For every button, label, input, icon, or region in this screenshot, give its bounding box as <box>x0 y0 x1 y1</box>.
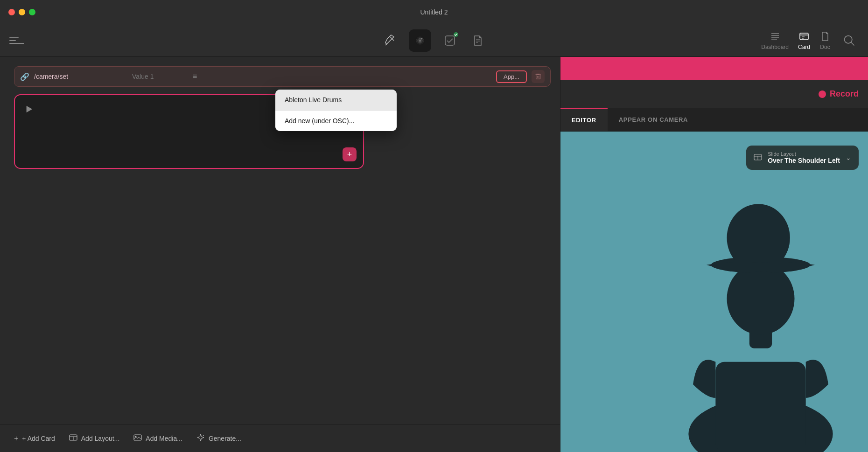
search-button[interactable] <box>840 31 859 50</box>
slide-layout-value: Over The Shoulder Left <box>768 157 840 164</box>
right-panel: Record EDITOR APPEAR ON CAMERA <box>560 57 868 452</box>
slide-layout-badge[interactable]: Slide Layout Over The Shoulder Left ⌄ <box>746 146 859 170</box>
pink-bar <box>560 57 868 80</box>
osc-value-input[interactable] <box>132 73 188 80</box>
slide-layout-icon <box>754 154 762 162</box>
preview-area: Slide Layout Over The Shoulder Left ⌄ <box>560 132 868 452</box>
add-layout-button[interactable]: Add Layout... <box>69 434 120 443</box>
traffic-lights <box>8 9 35 15</box>
svg-point-31 <box>203 435 204 436</box>
generate-icon <box>196 433 205 444</box>
osc-path-input[interactable] <box>34 73 127 80</box>
list-icon: ≡ <box>193 72 197 81</box>
dropdown-item-ableton[interactable]: Ableton Live Drums <box>275 90 397 110</box>
play-button[interactable] <box>22 103 35 116</box>
record-label: Record <box>830 89 859 99</box>
link-icon: 🔗 <box>20 72 29 81</box>
svg-line-19 <box>851 42 854 45</box>
minimize-button[interactable] <box>19 9 25 15</box>
silhouette-figure <box>672 132 849 452</box>
card-area: 🔗 /camera/set + <box>14 94 551 419</box>
toolbar-center <box>381 29 487 52</box>
window-title: Untitled 2 <box>420 8 448 16</box>
main-area: 🔗 ≡ App... Ableton Live Drums Add new (u… <box>0 57 868 452</box>
add-card-button[interactable]: + + Add Card <box>14 434 55 443</box>
add-media-label: Add Media... <box>146 435 182 442</box>
nav-doc[interactable]: Doc <box>819 31 831 50</box>
doc-file-button[interactable] <box>469 31 487 50</box>
add-card-icon: + <box>14 434 18 443</box>
app-dropdown-menu: Ableton Live Drums Add new (under OSC)..… <box>275 90 397 131</box>
slide-layout-label: Slide Layout <box>768 151 840 157</box>
close-button[interactable] <box>8 9 15 15</box>
svg-point-18 <box>845 35 852 43</box>
sidebar-toggle[interactable] <box>9 34 24 47</box>
svg-rect-6 <box>445 36 455 45</box>
osc-delete-button[interactable] <box>532 70 545 83</box>
generate-button[interactable]: Generate... <box>196 433 241 444</box>
toolbar-left <box>9 34 24 47</box>
record-button[interactable]: Record <box>819 89 859 99</box>
card-label: Card <box>798 44 810 50</box>
svg-rect-14 <box>800 33 808 40</box>
svg-rect-36 <box>715 362 805 452</box>
svg-marker-25 <box>27 106 33 112</box>
dashboard-label: Dashboard <box>761 44 789 50</box>
nav-card[interactable]: Card <box>798 31 810 50</box>
bottom-bar: + + Add Card Add Layout... <box>0 424 560 452</box>
add-media-icon <box>133 434 142 443</box>
add-media-button[interactable]: Add Media... <box>133 434 182 443</box>
toolbar-right: Dashboard Card Doc <box>761 31 859 50</box>
sidebar-toggle-icon <box>9 37 24 44</box>
svg-point-38 <box>727 263 795 335</box>
add-card-label: + Add Card <box>22 435 55 442</box>
right-top-area: Record <box>560 57 868 108</box>
camera-button[interactable] <box>409 29 431 52</box>
tab-bar: EDITOR APPEAR ON CAMERA <box>560 108 868 132</box>
slide-layout-text: Slide Layout Over The Shoulder Left <box>768 151 840 164</box>
add-layout-label: Add Layout... <box>81 435 120 442</box>
dropdown-item-add-new[interactable]: Add new (under OSC)... <box>275 111 397 131</box>
svg-point-2 <box>419 39 421 42</box>
osc-app-button[interactable]: App... <box>496 70 527 83</box>
left-panel: 🔗 ≡ App... Ableton Live Drums Add new (u… <box>0 57 560 452</box>
toolbar: Dashboard Card Doc <box>0 24 868 57</box>
nav-dashboard[interactable]: Dashboard <box>761 31 789 50</box>
record-area: Record <box>560 80 868 108</box>
add-layout-icon <box>69 434 77 443</box>
maximize-button[interactable] <box>29 9 35 15</box>
add-button[interactable]: + <box>343 147 357 161</box>
tab-preview[interactable]: APPEAR ON CAMERA <box>608 108 699 131</box>
osc-input-bar: 🔗 ≡ App... <box>14 66 551 87</box>
generate-label: Generate... <box>209 435 241 442</box>
edit-check-button[interactable] <box>441 31 459 50</box>
svg-point-40 <box>727 204 790 271</box>
chevron-down-icon: ⌄ <box>846 154 851 161</box>
titlebar: Untitled 2 <box>0 0 868 24</box>
pen-tool-button[interactable] <box>381 31 399 50</box>
record-dot-icon <box>819 90 826 98</box>
tab-editor[interactable]: EDITOR <box>560 108 608 131</box>
doc-label: Doc <box>820 44 830 50</box>
